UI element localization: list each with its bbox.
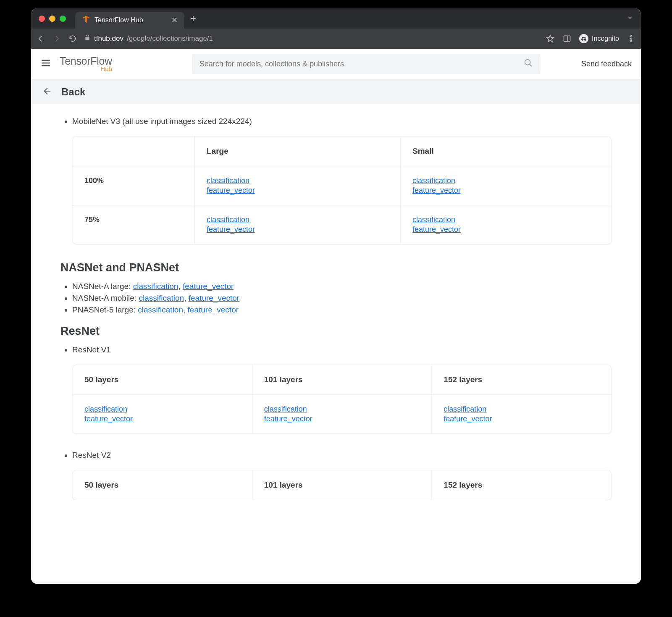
- svg-rect-0: [564, 36, 570, 41]
- table-cell: classification feature_vector: [431, 395, 611, 433]
- browser-tab[interactable]: TensorFlow Hub ✕: [75, 12, 184, 29]
- table-header-row: 50 layers 101 layers 152 layers: [73, 365, 611, 394]
- search-box[interactable]: [192, 54, 541, 74]
- svg-point-4: [630, 36, 632, 37]
- titlebar: TensorFlow Hub ✕ +: [31, 8, 641, 29]
- lock-icon: [84, 34, 91, 43]
- resnet-v1-bullet: ResNet V1: [72, 345, 612, 354]
- reload-icon[interactable]: [68, 34, 77, 43]
- logo-subtitle: Hub: [60, 66, 112, 72]
- table-header-row: Large Small: [73, 137, 611, 166]
- forward-icon[interactable]: [52, 34, 61, 43]
- table-header-cell: 50 layers: [73, 470, 252, 500]
- kebab-menu-icon[interactable]: [627, 34, 636, 43]
- page: TensorFlow Hub Send feedback Back Mobile…: [31, 49, 641, 584]
- url-field[interactable]: tfhub.dev/google/collections/image/1: [84, 34, 539, 43]
- table-header-cell: 152 layers: [431, 365, 611, 394]
- model-link[interactable]: classification: [133, 282, 178, 291]
- tab-overflow-icon[interactable]: [627, 14, 633, 23]
- row-label: 75%: [73, 205, 194, 244]
- new-tab-button[interactable]: +: [190, 13, 196, 24]
- table-cell: classification feature_vector: [194, 205, 400, 244]
- incognito-label: Incognito: [592, 35, 619, 42]
- model-link[interactable]: feature_vector: [189, 294, 239, 302]
- model-link[interactable]: feature_vector: [264, 415, 420, 423]
- back-bar: Back: [31, 79, 641, 104]
- logo[interactable]: TensorFlow Hub: [60, 56, 112, 72]
- url-path: /google/collections/image/1: [127, 34, 213, 43]
- table-header-cell: Small: [400, 137, 611, 166]
- back-arrow-icon[interactable]: [42, 87, 51, 97]
- model-link[interactable]: classification: [84, 405, 240, 414]
- model-link[interactable]: classification: [264, 405, 420, 414]
- table-row: 75% classification feature_vector classi…: [73, 205, 611, 244]
- address-bar: tfhub.dev/google/collections/image/1 Inc…: [31, 29, 641, 49]
- send-feedback-link[interactable]: Send feedback: [581, 60, 632, 68]
- model-link[interactable]: feature_vector: [444, 415, 599, 423]
- search-input[interactable]: [200, 60, 524, 68]
- search-icon[interactable]: [524, 58, 533, 69]
- table-cell: classification feature_vector: [73, 395, 252, 433]
- back-label[interactable]: Back: [61, 86, 85, 98]
- mobilenet-v3-table: Large Small 100% classification feature_…: [72, 136, 612, 244]
- resnet-v2-table: 50 layers 101 layers 152 layers: [72, 470, 612, 500]
- maximize-window-button[interactable]: [60, 16, 66, 22]
- table-cell: classification feature_vector: [400, 205, 611, 244]
- incognito-indicator[interactable]: Incognito: [579, 34, 619, 43]
- row-label: 100%: [73, 166, 194, 205]
- model-link[interactable]: classification: [207, 215, 388, 224]
- app-header: TensorFlow Hub Send feedback: [31, 49, 641, 79]
- main-content: MobileNet V3 (all use input images sized…: [31, 104, 641, 500]
- svg-point-2: [581, 38, 583, 40]
- url-domain: tfhub.dev: [94, 34, 123, 43]
- browser-window: TensorFlow Hub ✕ + tfhub.dev/google/coll…: [31, 8, 641, 584]
- svg-point-6: [630, 40, 632, 42]
- table-header-cell: 101 layers: [252, 365, 432, 394]
- table-cell: classification feature_vector: [252, 395, 432, 433]
- close-window-button[interactable]: [39, 16, 45, 22]
- model-link[interactable]: classification: [444, 405, 599, 414]
- tensorflow-icon: [82, 15, 90, 25]
- list-item: NASNet-A large: classification, feature_…: [72, 282, 612, 291]
- list-item: NASNet-A mobile: classification, feature…: [72, 294, 612, 303]
- table-row: classification feature_vector classifica…: [73, 394, 611, 433]
- back-icon[interactable]: [36, 34, 45, 43]
- model-link[interactable]: feature_vector: [207, 225, 388, 234]
- mobilenet-v3-bullet: MobileNet V3 (all use input images sized…: [72, 117, 612, 126]
- model-link[interactable]: feature_vector: [183, 282, 234, 291]
- model-link[interactable]: feature_vector: [412, 225, 599, 234]
- item-prefix: PNASNet-5 large:: [72, 305, 138, 314]
- table-row: 100% classification feature_vector class…: [73, 166, 611, 205]
- model-link[interactable]: classification: [412, 176, 599, 185]
- resnet-heading: ResNet: [60, 325, 612, 338]
- table-cell: classification feature_vector: [194, 166, 400, 205]
- bookmark-icon[interactable]: [546, 34, 555, 43]
- panel-icon[interactable]: [562, 34, 572, 43]
- table-header-row: 50 layers 101 layers 152 layers: [73, 470, 611, 500]
- svg-line-11: [530, 64, 532, 67]
- item-prefix: NASNet-A mobile:: [72, 294, 139, 302]
- item-prefix: NASNet-A large:: [72, 282, 133, 291]
- list-item: PNASNet-5 large: classification, feature…: [72, 305, 612, 315]
- model-link[interactable]: classification: [412, 215, 599, 224]
- model-link[interactable]: feature_vector: [412, 186, 599, 195]
- svg-point-3: [584, 38, 586, 40]
- model-link[interactable]: classification: [138, 305, 183, 314]
- model-link[interactable]: feature_vector: [84, 415, 240, 423]
- table-header-cell: 101 layers: [252, 470, 432, 500]
- tab-title: TensorFlow Hub: [94, 16, 143, 24]
- table-cell: classification feature_vector: [400, 166, 611, 205]
- svg-point-5: [630, 38, 632, 39]
- model-link[interactable]: classification: [207, 176, 388, 185]
- comma: ,: [184, 294, 189, 302]
- close-tab-icon[interactable]: ✕: [171, 16, 178, 25]
- minimize-window-button[interactable]: [49, 16, 55, 22]
- model-link[interactable]: classification: [139, 294, 184, 302]
- model-link[interactable]: feature_vector: [207, 186, 388, 195]
- window-controls: [39, 16, 66, 22]
- model-link[interactable]: feature_vector: [188, 305, 239, 314]
- svg-point-10: [525, 60, 530, 65]
- incognito-icon: [579, 34, 588, 43]
- table-header-cell: 152 layers: [431, 470, 611, 500]
- hamburger-menu-icon[interactable]: [40, 58, 51, 70]
